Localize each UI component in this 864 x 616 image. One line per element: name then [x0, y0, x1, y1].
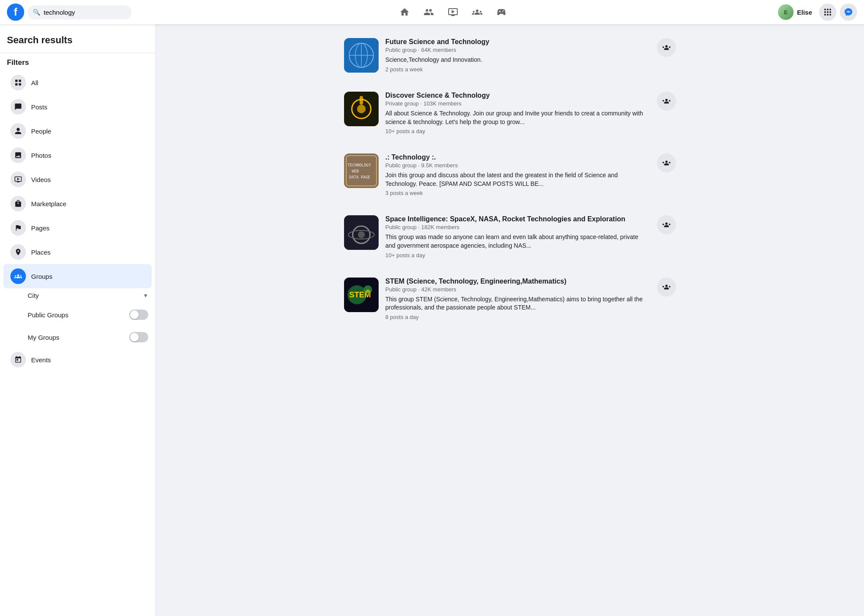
group-name: Space Intelligence: SpaceX, NASA, Rocket… [386, 215, 650, 223]
svg-point-2 [829, 9, 831, 10]
home-nav-icon[interactable] [394, 3, 415, 21]
public-groups-row: Public Groups [28, 306, 148, 323]
svg-point-8 [829, 14, 831, 16]
svg-point-20 [357, 105, 366, 113]
group-result-card: TECHNOLOGY WEB DATA PAGE .: Technology :… [337, 147, 683, 203]
filter-photos[interactable]: Photos [3, 143, 152, 167]
groups-nav-icon[interactable] [467, 3, 488, 21]
group-info: Future Science and Technology Public gro… [386, 38, 650, 73]
group-avatar [344, 215, 379, 250]
svg-point-0 [824, 9, 826, 10]
svg-rect-11 [15, 83, 17, 86]
join-group-button[interactable] [657, 38, 676, 57]
svg-point-30 [358, 231, 365, 238]
group-activity: 8 posts a day [386, 314, 650, 320]
filter-pages[interactable]: Pages [3, 216, 152, 240]
group-activity: 3 posts a week [386, 190, 650, 196]
page-layout: Search results Filters All Posts People [0, 24, 864, 616]
group-name: Discover Science & Technology [386, 92, 650, 99]
city-dropdown-arrow: ▼ [143, 293, 148, 299]
pages-icon [10, 220, 26, 236]
group-result-card: Future Science and Technology Public gro… [337, 31, 683, 80]
svg-text:TECHNOLOGY: TECHNOLOGY [348, 163, 371, 167]
filter-groups-label: Groups [31, 273, 52, 280]
sidebar-title: Search results [0, 31, 155, 51]
join-group-button[interactable] [657, 215, 676, 234]
sidebar: Search results Filters All Posts People [0, 24, 156, 616]
svg-point-3 [824, 11, 826, 13]
toggle-knob [130, 310, 139, 319]
group-desc: This group STEM (Science, Technology, En… [386, 295, 650, 312]
filter-all[interactable]: All [3, 70, 152, 95]
filter-events[interactable]: Events [3, 348, 152, 372]
messenger-button[interactable] [840, 3, 857, 21]
watch-nav-icon[interactable] [443, 3, 463, 21]
join-group-button[interactable] [657, 278, 676, 297]
city-dropdown[interactable]: City ▼ [0, 288, 155, 303]
filter-people[interactable]: People [3, 119, 152, 143]
group-name: Future Science and Technology [386, 38, 650, 46]
public-groups-filter: Public Groups [0, 303, 155, 325]
filter-posts[interactable]: Posts [3, 95, 152, 119]
user-avatar: E [778, 4, 794, 20]
join-group-button[interactable] [657, 92, 676, 111]
svg-text:WEB: WEB [352, 169, 359, 173]
group-result-card: Discover Science & Technology Private gr… [337, 85, 683, 141]
filter-marketplace[interactable]: Marketplace [3, 192, 152, 216]
group-info: Space Intelligence: SpaceX, NASA, Rocket… [386, 215, 650, 258]
svg-point-5 [829, 11, 831, 13]
search-input[interactable] [44, 9, 126, 16]
filter-marketplace-label: Marketplace [31, 200, 67, 207]
my-groups-filter: My Groups [0, 325, 155, 348]
group-meta: Public group · 9.5K members [386, 162, 650, 169]
city-label: City [28, 292, 39, 299]
facebook-logo[interactable]: f [7, 3, 24, 21]
friends-nav-icon[interactable] [418, 3, 439, 21]
toggle-knob [130, 333, 139, 342]
my-groups-row: My Groups [28, 329, 148, 346]
photos-icon [10, 147, 26, 163]
filter-all-label: All [31, 79, 38, 86]
posts-icon [10, 99, 26, 115]
user-profile-button[interactable]: E Elise [775, 3, 816, 22]
all-icon [10, 75, 26, 90]
filter-pages-label: Pages [31, 224, 50, 232]
my-groups-toggle[interactable] [129, 332, 148, 342]
group-meta: Public group · 42K members [386, 286, 650, 293]
group-avatar: STEM [344, 278, 379, 312]
group-desc: Science,Technology and Innovation. [386, 56, 650, 64]
public-groups-toggle[interactable] [129, 310, 148, 320]
filter-groups[interactable]: Groups [3, 264, 152, 288]
group-name: .: Technology :. [386, 153, 650, 161]
search-icon: 🔍 [33, 9, 40, 16]
main-content: Future Science and Technology Public gro… [156, 24, 864, 616]
svg-rect-9 [15, 80, 17, 82]
grid-menu-button[interactable] [819, 3, 836, 21]
people-icon [10, 123, 26, 139]
svg-rect-22 [344, 153, 379, 188]
group-info: .: Technology :. Public group · 9.5K mem… [386, 153, 650, 196]
groups-icon [10, 268, 26, 284]
group-activity: 2 posts a week [386, 66, 650, 73]
results-list: Future Science and Technology Public gro… [337, 31, 683, 327]
filter-events-label: Events [31, 356, 51, 364]
group-meta: Public group · 64K members [386, 47, 650, 53]
my-groups-label: My Groups [28, 334, 59, 341]
group-desc: All about Science & Technology. Join our… [386, 109, 650, 126]
gaming-nav-icon[interactable] [491, 3, 512, 21]
places-icon [10, 244, 26, 260]
sidebar-divider [0, 53, 155, 53]
join-group-button[interactable] [657, 153, 676, 172]
events-icon [10, 352, 26, 367]
svg-point-1 [827, 9, 829, 10]
filter-people-label: People [31, 128, 51, 135]
svg-point-4 [827, 11, 829, 13]
filter-places[interactable]: Places [3, 240, 152, 264]
group-info: Discover Science & Technology Private gr… [386, 92, 650, 134]
filter-posts-label: Posts [31, 103, 48, 111]
filter-videos[interactable]: Videos [3, 167, 152, 192]
group-desc: This group was made so anyone can learn … [386, 233, 650, 250]
group-info: STEM (Science, Technology, Engineering,M… [386, 278, 650, 320]
search-box[interactable]: 🔍 [28, 5, 131, 19]
group-desc: Join this group and discuss about the la… [386, 171, 650, 188]
